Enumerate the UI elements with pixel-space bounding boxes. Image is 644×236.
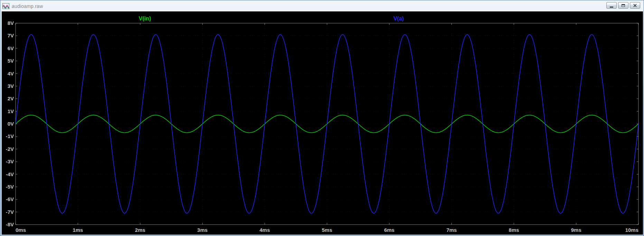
svg-text:7ms: 7ms bbox=[446, 227, 457, 233]
svg-text:6ms: 6ms bbox=[384, 227, 394, 233]
svg-text:-2V: -2V bbox=[6, 146, 14, 152]
svg-text:0ms: 0ms bbox=[16, 227, 26, 233]
svg-text:9ms: 9ms bbox=[571, 227, 581, 233]
svg-text:8V: 8V bbox=[8, 20, 14, 26]
svg-text:4V: 4V bbox=[8, 71, 14, 76]
window-title: audioamp.raw bbox=[12, 3, 43, 9]
svg-text:6V: 6V bbox=[8, 45, 14, 51]
maximize-button[interactable] bbox=[618, 2, 628, 9]
svg-text:-7V: -7V bbox=[6, 209, 14, 215]
svg-text:V(in): V(in) bbox=[139, 16, 151, 21]
close-button[interactable] bbox=[630, 2, 640, 9]
svg-text:-6V: -6V bbox=[6, 196, 14, 202]
svg-text:3ms: 3ms bbox=[197, 227, 208, 233]
waveform-canvas: 0ms1ms2ms3ms4ms5ms6ms7ms8ms9ms10ms8V7V6V… bbox=[2, 11, 643, 235]
svg-text:7V: 7V bbox=[8, 33, 14, 38]
svg-text:4ms: 4ms bbox=[260, 227, 270, 233]
waveform-plot[interactable]: 0ms1ms2ms3ms4ms5ms6ms7ms8ms9ms10ms8V7V6V… bbox=[2, 11, 643, 235]
svg-text:5ms: 5ms bbox=[322, 227, 332, 233]
svg-text:1V: 1V bbox=[8, 108, 14, 114]
maximize-icon bbox=[622, 4, 625, 7]
svg-text:8ms: 8ms bbox=[509, 227, 519, 233]
svg-text:5V: 5V bbox=[8, 58, 14, 64]
app-icon bbox=[2, 3, 9, 9]
svg-text:0V: 0V bbox=[8, 121, 14, 127]
svg-text:2V: 2V bbox=[8, 96, 14, 101]
svg-text:2ms: 2ms bbox=[135, 227, 145, 233]
svg-text:-3V: -3V bbox=[6, 158, 14, 164]
svg-text:3V: 3V bbox=[8, 83, 14, 89]
svg-text:-8V: -8V bbox=[6, 221, 14, 227]
svg-text:10ms: 10ms bbox=[625, 227, 638, 233]
minimize-button[interactable] bbox=[606, 2, 617, 9]
svg-text:-1V: -1V bbox=[6, 133, 14, 139]
svg-text:1ms: 1ms bbox=[73, 227, 83, 233]
title-bar[interactable]: audioamp.raw bbox=[2, 1, 642, 11]
svg-text:V(a): V(a) bbox=[393, 16, 404, 21]
close-icon bbox=[633, 4, 637, 7]
minimize-icon bbox=[610, 7, 613, 8]
svg-text:-4V: -4V bbox=[6, 171, 14, 177]
svg-text:-5V: -5V bbox=[6, 184, 14, 190]
app-window: audioamp.raw 0ms1ms2ms3ms4ms5ms6ms7ms8ms… bbox=[0, 0, 644, 236]
window-controls bbox=[606, 2, 640, 9]
